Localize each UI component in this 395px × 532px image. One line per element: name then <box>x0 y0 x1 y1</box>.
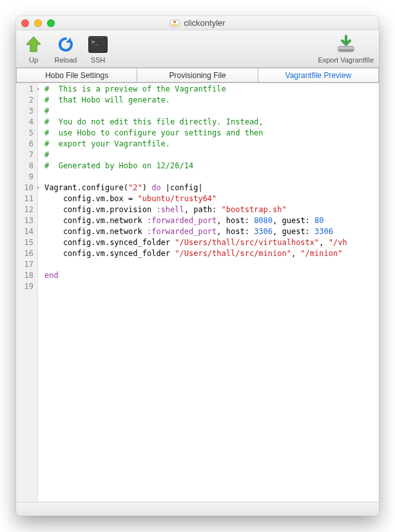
svg-rect-0 <box>170 20 179 27</box>
line-number: 6 <box>16 139 34 150</box>
svg-rect-2 <box>171 25 178 26</box>
window-controls <box>21 19 55 27</box>
svg-point-1 <box>173 21 176 23</box>
line-number: 2 <box>16 95 34 106</box>
up-arrow-icon <box>23 34 44 55</box>
tab-label: Vagrantfile Preview <box>285 71 352 80</box>
line-number: 14 <box>16 226 34 237</box>
tab-label: Provisioning File <box>169 71 226 80</box>
toolbar-left: Up Reload SSH <box>21 34 110 64</box>
svg-rect-4 <box>338 49 354 52</box>
line-number: 15 <box>16 237 34 248</box>
export-label: Export Vagrantfile <box>318 56 374 64</box>
code-line[interactable] <box>44 172 379 182</box>
line-number: 3 <box>16 106 34 117</box>
code-line[interactable]: # export your Vagrantfile. <box>44 139 379 150</box>
export-button[interactable]: Export Vagrantfile <box>318 34 374 64</box>
line-number: 7 <box>16 150 34 161</box>
line-number: 18 <box>16 270 34 281</box>
close-icon[interactable] <box>21 19 29 27</box>
tab-vagrant-preview[interactable]: Vagrantfile Preview <box>258 68 379 83</box>
app-icon <box>169 18 180 28</box>
line-number: 4 <box>16 117 34 128</box>
code-line[interactable] <box>44 259 379 270</box>
export-icon <box>336 34 356 55</box>
ssh-label: SSH <box>91 56 106 64</box>
status-bar <box>16 502 379 516</box>
code-editor[interactable]: 12345678910111213141516171819 # This is … <box>16 83 379 502</box>
line-number: 13 <box>16 215 34 226</box>
code-line[interactable]: # This is a preview of the Vagrantfile <box>44 84 379 95</box>
code-line[interactable]: config.vm.synced_folder "/Users/thall/sr… <box>44 248 379 259</box>
terminal-icon <box>88 34 108 55</box>
code-line[interactable] <box>44 281 379 292</box>
line-number: 10 <box>16 182 34 193</box>
zoom-icon[interactable] <box>47 19 55 27</box>
code-line[interactable]: config.vm.box = "ubuntu/trusty64" <box>44 193 379 204</box>
line-number: 8 <box>16 161 34 172</box>
code-line[interactable]: # You do not edit this file directly. In… <box>44 117 379 128</box>
code-line[interactable]: # that Hobo will generate. <box>44 95 379 106</box>
line-number: 5 <box>16 128 34 139</box>
window-title: clickontyler <box>184 18 225 28</box>
line-number: 9 <box>16 172 34 182</box>
tab-hobo-settings[interactable]: Hobo File Settings <box>16 68 137 83</box>
ssh-button[interactable]: SSH <box>86 34 110 64</box>
titlebar: clickontyler <box>16 16 379 30</box>
line-number: 1 <box>16 84 34 95</box>
toolbar: Up Reload SSH <box>16 30 379 68</box>
code-line[interactable]: config.vm.network :forwarded_port, host:… <box>44 226 379 237</box>
up-label: Up <box>29 56 38 64</box>
code-line[interactable]: # use Hobo to configure your settings an… <box>44 128 379 139</box>
code-line[interactable]: # <box>44 106 379 117</box>
code-line[interactable]: # <box>44 150 379 161</box>
code-line[interactable]: config.vm.provision :shell, path: "boots… <box>44 204 379 215</box>
line-number: 11 <box>16 193 34 204</box>
tab-bar: Hobo File Settings Provisioning File Vag… <box>16 68 379 83</box>
line-number: 16 <box>16 248 34 259</box>
reload-button[interactable]: Reload <box>53 34 78 64</box>
app-window: clickontyler Up Reload <box>16 16 379 516</box>
line-number: 19 <box>16 281 34 292</box>
code-line[interactable]: end <box>44 270 379 281</box>
up-button[interactable]: Up <box>21 34 46 64</box>
code-line[interactable]: # Generated by Hobo on 12/26/14 <box>44 161 379 172</box>
line-number: 12 <box>16 204 34 215</box>
minimize-icon[interactable] <box>34 19 42 27</box>
code-line[interactable]: config.vm.network :forwarded_port, host:… <box>44 215 379 226</box>
line-gutter: 12345678910111213141516171819 <box>16 83 38 502</box>
reload-icon <box>55 34 76 55</box>
code-line[interactable]: config.vm.synced_folder "/Users/thall/sr… <box>44 237 379 248</box>
title-wrap: clickontyler <box>16 18 379 28</box>
code-area[interactable]: # This is a preview of the Vagrantfile# … <box>38 83 379 502</box>
tab-provisioning[interactable]: Provisioning File <box>137 68 257 83</box>
code-line[interactable]: Vagrant.configure("2") do |config| <box>44 182 379 193</box>
tab-label: Hobo File Settings <box>45 71 108 80</box>
line-number: 17 <box>16 259 34 270</box>
reload-label: Reload <box>55 56 77 64</box>
